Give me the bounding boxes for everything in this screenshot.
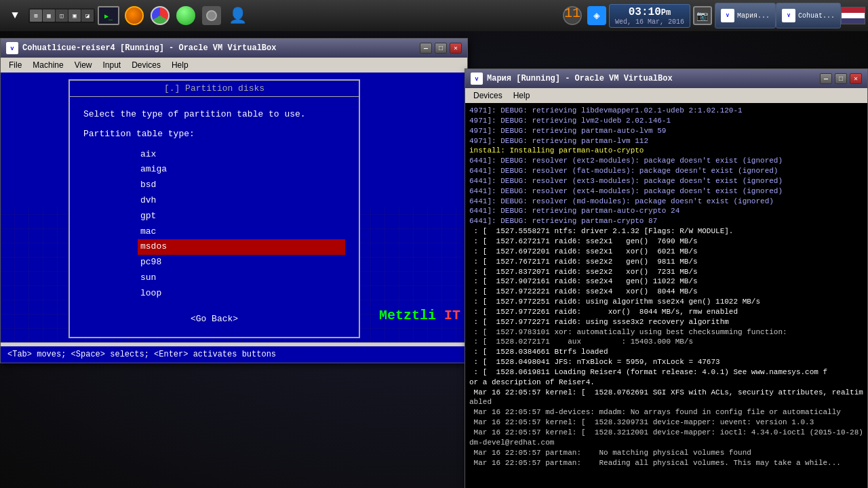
window2-close-btn[interactable]: ✕: [850, 73, 862, 84]
terminal-line: 6441]: DEBUG: resolver (ext2-modules): p…: [469, 156, 863, 166]
cohuat-taskbar-button[interactable]: V Cohuat...: [776, 3, 841, 28]
menu-view[interactable]: View: [69, 59, 98, 71]
terminal-line: install: Installing partman-auto-crypto: [469, 146, 863, 156]
partition-dialog: [.] Partition disks Select the type of p…: [68, 79, 360, 338]
terminal-line: 4971]: DEBUG: retrieving partman-lvm 112: [469, 136, 863, 146]
terminal-line: 6441]: DEBUG: resolver (ext3-modules): p…: [469, 176, 863, 186]
clock-time: 03:10Pm: [615, 6, 684, 18]
finder-icon[interactable]: [174, 3, 198, 28]
clock-hours: 03:10: [629, 6, 661, 18]
option-sun[interactable]: sun: [138, 270, 345, 286]
menu-file[interactable]: File: [3, 59, 27, 71]
firefox-icon[interactable]: [122, 3, 146, 28]
terminal-line: : [ 1527.9772271 raid6: using ssse3x2 re…: [469, 317, 863, 327]
option-aix[interactable]: aix: [138, 147, 345, 163]
menu2-devices[interactable]: Devices: [468, 89, 508, 102]
ql-icon-5[interactable]: ◪: [81, 9, 94, 22]
camera-icon[interactable]: [199, 3, 224, 28]
option-loop[interactable]: loop: [138, 286, 345, 302]
window2-title: Мария [Running] - Oracle VM VirtualBox: [487, 74, 816, 83]
maria-taskbar-button[interactable]: V Мария...: [715, 3, 776, 28]
ql-icon-1[interactable]: ⊞: [30, 9, 42, 22]
terminal-line: : [ 1527.6272171 raid6: sse2x1 gen() 769…: [469, 237, 863, 247]
terminal-line: : [ 1527.6972201 raid6: sse2x1 xor() 602…: [469, 247, 863, 257]
terminal-line: : [ 1527.9072161 raid6: sse2x4 gen() 110…: [469, 277, 863, 287]
terminal-line: 4971]: DEBUG: retrieving libdevmapper1.0…: [469, 106, 863, 116]
screenshot-icon[interactable]: 📷: [690, 3, 715, 28]
clock-widget: 03:10Pm Wed, 16 Mar, 2016: [609, 4, 690, 28]
clock-ampm: Pm: [661, 8, 671, 18]
terminal-line: Mar 16 22:05:57 kernel: [ 1528.0762691 S…: [469, 388, 863, 398]
app-launcher-icon[interactable]: ▼: [3, 3, 27, 28]
terminal-line: 4971]: DEBUG: retrieving partman-auto-lv…: [469, 126, 863, 136]
metztli-badge: Metztli IT: [379, 308, 460, 323]
terminal-line: 6441]: DEBUG: resolver (md-modules): pac…: [469, 197, 863, 207]
ql-icon-4[interactable]: ▣: [68, 9, 81, 22]
window1-maximize-btn[interactable]: □: [435, 43, 447, 54]
window1-close-btn[interactable]: ✕: [450, 43, 462, 54]
language-flag[interactable]: [841, 3, 865, 28]
vbox-window-maria: V Мария [Running] - Oracle VM VirtualBox…: [465, 68, 868, 488]
chromium-icon[interactable]: [148, 3, 172, 28]
terminal-line: Mar 16 22:05:57 kernel: [ 1528.3212001 d…: [469, 428, 863, 438]
terminal-line: Mar 16 22:05:57 kernel: [ 1528.3209731 d…: [469, 418, 863, 428]
menu-machine[interactable]: Machine: [27, 59, 68, 71]
option-dvh[interactable]: dvh: [138, 193, 345, 209]
terminal-line: or a description of Reiser4.: [469, 378, 863, 388]
terminal-line: : [ 1528.0619811 Loading Reiser4 (format…: [469, 367, 863, 378]
option-msdos[interactable]: msdos: [138, 239, 345, 255]
vbox-logo-icon-2: V: [471, 73, 483, 85]
menu-devices[interactable]: Devices: [126, 59, 166, 71]
terminal-icon[interactable]: ▶_: [96, 3, 121, 28]
window1-title: Cohuatlicue-reiser4 [Running] - Oracle V…: [22, 43, 416, 53]
option-amiga[interactable]: amiga: [138, 162, 345, 178]
vm-screen-cohuatlicue[interactable]: [.] Partition disks Select the type of p…: [1, 73, 467, 342]
window2-titlebar: V Мария [Running] - Oracle VM VirtualBox…: [465, 69, 867, 88]
terminal-line: : [ 1527.9772251 raid6: using algorithm …: [469, 297, 863, 307]
vbox-logo-icon: V: [6, 42, 18, 54]
desktop: V Cohuatlicue-reiser4 [Running] - Oracle…: [0, 31, 868, 488]
menu2-help[interactable]: Help: [508, 89, 536, 102]
option-gpt[interactable]: gpt: [138, 209, 345, 224]
hint-text: <Tab> moves; <Space> selects; <Enter> ac…: [7, 350, 276, 359]
vbox-window-cohuatlicue: V Cohuatlicue-reiser4 [Running] - Oracle…: [0, 38, 468, 363]
maria-btn-label: Мария...: [737, 12, 770, 20]
terminal-line: : [ 1528.0498041 JFS: nTxBlock = 5959, n…: [469, 357, 863, 367]
dialog-prompt: Select the type of partition table to us…: [83, 108, 345, 122]
option-mac[interactable]: mac: [138, 224, 345, 240]
terminal-screen-maria[interactable]: 4971]: DEBUG: retrieving libdevmapper1.0…: [465, 103, 867, 488]
partition-list: aix amiga bsd dvh gpt mac msdos pc98 sun…: [138, 147, 345, 302]
terminal-line: 4971]: DEBUG: retrieving lvm2-udeb 2.02.…: [469, 116, 863, 126]
window2-controls: — □ ✕: [820, 73, 862, 84]
terminal-line: Mar 16 22:05:57 md-devices: mdadm: No ar…: [469, 407, 863, 418]
option-bsd[interactable]: bsd: [138, 178, 345, 193]
dropbox-icon[interactable]: ◈: [585, 3, 609, 28]
taskbar-left: ▼ ⊞ ▦ ◫ ▣ ◪ ▶_: [3, 3, 250, 28]
go-back-button[interactable]: <Go Back>: [83, 312, 345, 327]
terminal-line: : [ 1527.9772261 raid6: xor() 8044 MB/s,…: [469, 307, 863, 317]
menu-input[interactable]: Input: [98, 59, 127, 71]
ql-icon-2[interactable]: ▦: [43, 9, 55, 22]
terminal-line: Mar 16 22:05:57 partman: Reading all phy…: [469, 458, 863, 468]
vbox-logo-cohuat: V: [782, 9, 795, 22]
vbox-logo-maria: V: [721, 9, 734, 22]
dialog-body: Select the type of partition table to us…: [70, 97, 359, 337]
window1-controls: — □ ✕: [420, 43, 462, 54]
window1-titlebar: V Cohuatlicue-reiser4 [Running] - Oracle…: [1, 39, 467, 58]
speedometer-icon[interactable]: 11: [560, 3, 585, 28]
menu-help[interactable]: Help: [166, 59, 194, 71]
window2-maximize-btn[interactable]: □: [835, 73, 847, 84]
terminal-line: : [ 1527.7672171 raid6: sse2x2 gen() 981…: [469, 257, 863, 267]
terminal-line: Mar 16 22:05:57 partman: No matching phy…: [469, 448, 863, 458]
option-pc98[interactable]: pc98: [138, 255, 345, 270]
dialog-titlebar: [.] Partition disks: [70, 81, 359, 97]
window2-minimize-btn[interactable]: —: [820, 73, 832, 84]
person-icon[interactable]: 👤: [225, 3, 250, 28]
dialog-title: [.] Partition disks: [164, 83, 264, 94]
cohuat-btn-label: Cohuat...: [798, 12, 835, 20]
terminal-line: 6441]: DEBUG: resolver (fat-modules): pa…: [469, 166, 863, 176]
window1-minimize-btn[interactable]: —: [420, 43, 432, 54]
taskbar: ▼ ⊞ ▦ ◫ ▣ ◪ ▶_: [0, 0, 868, 31]
ql-icon-3[interactable]: ◫: [56, 9, 68, 22]
terminal-line: abled: [469, 397, 863, 407]
